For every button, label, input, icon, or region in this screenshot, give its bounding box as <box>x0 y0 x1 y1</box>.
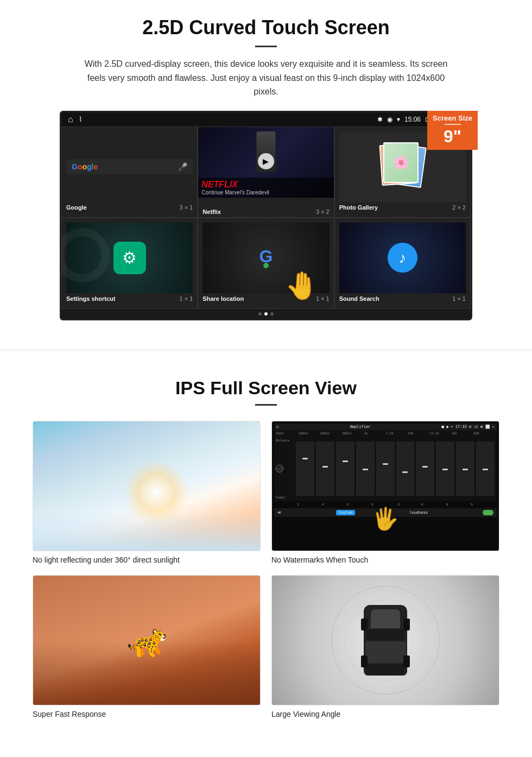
amplifier-screenshot: ⌂ Amplifier ■ ◉ ▾ 17:33 ⊡ ◁) ⊠ ⬜ ← 60hz … <box>272 421 499 551</box>
netflix-bg: ▶ NETFLIX Continue Marvel's Daredevil <box>198 127 333 198</box>
google-search-bar[interactable]: Google 🎤 <box>66 159 193 174</box>
freq-12k5: 12.5k <box>429 431 451 435</box>
section1: 2.5D Curved Touch Screen With 2.5D curve… <box>0 0 532 333</box>
bluetooth-icon: ✱ <box>377 116 383 123</box>
freq-1k: 1k <box>364 431 385 435</box>
app-cell-sound[interactable]: ♪ Sound Search 1 × 1 <box>334 218 471 309</box>
usb-icon: ⌇ <box>79 115 82 123</box>
eq-slider-10[interactable] <box>476 441 495 496</box>
freq-2k5: 2.5k <box>385 431 407 435</box>
eq-slider-1-handle <box>302 458 308 459</box>
feature-img-sunlight <box>33 421 261 551</box>
eq-slider-row <box>296 438 495 499</box>
eq-slider-2[interactable] <box>316 441 334 496</box>
car-body-mid <box>365 641 406 663</box>
screen-size-value: 9" <box>433 127 472 147</box>
feature-label-cheetah: Super Fast Response <box>33 710 261 718</box>
amp-title: Amplifier <box>350 425 370 429</box>
car-visual <box>272 576 499 705</box>
amp-icons: ■ ◉ ▾ 17:33 ⊡ ◁) ⊠ ⬜ ← <box>441 425 495 429</box>
eq-slider-6-handle <box>402 471 408 473</box>
maps-dot <box>263 263 269 268</box>
app-label-row-sound: Sound Search 1 × 1 <box>339 293 466 304</box>
eq-slider-6[interactable] <box>396 441 415 496</box>
settings-icon: ⚙ <box>113 242 146 274</box>
apps-grid-row2: ⚙ Settings shortcut 1 × 1 <box>61 218 471 309</box>
dot-2 <box>264 312 268 316</box>
hand-overlay-container: 🖐 <box>274 506 497 532</box>
feature-label-sunlight: No light reflecting under 360° direct su… <box>33 556 261 564</box>
car-wheel-fl <box>361 619 368 630</box>
device-container: Screen Size 9" ⌂ ⌇ ✱ ◉ ▾ 15:06 <box>60 111 472 320</box>
status-time: 15:06 <box>404 116 421 123</box>
section1-title: 2.5D Curved Touch Screen <box>33 16 499 39</box>
feature-cheetah: 🐆 Super Fast Response <box>33 575 261 718</box>
gallery-label: Photo Gallery <box>339 204 378 211</box>
freq-sub: SUB <box>473 431 495 435</box>
sound-icon: ♪ <box>388 243 417 273</box>
dot-1 <box>258 312 262 316</box>
app-cell-google[interactable]: Google 🎤 Google 3 × 1 <box>61 127 198 218</box>
feature-amplifier: ⌂ Amplifier ■ ◉ ▾ 17:33 ⊡ ◁) ⊠ ⬜ ← 60hz … <box>271 421 499 564</box>
eq-slider-4[interactable] <box>356 441 375 496</box>
section2-title: IPS Full Screen View <box>33 377 499 399</box>
eq-slider-3-handle <box>343 460 348 462</box>
eq-slider-2-handle <box>322 466 328 468</box>
location-icon: ◉ <box>387 116 392 123</box>
eq-main-area: Balance ◁) Fader <box>274 436 497 501</box>
home-icon[interactable]: ⌂ <box>68 115 73 124</box>
eq-slider-8-handle <box>442 469 448 470</box>
eq-slider-8[interactable] <box>436 441 454 496</box>
share-label: Share location <box>202 295 244 302</box>
feature-label-amplifier: No Watermarks When Touch <box>271 556 499 564</box>
google-mic-icon[interactable]: 🎤 <box>178 162 187 171</box>
eq-slider-9[interactable] <box>456 441 474 496</box>
app-cell-share[interactable]: G 🤚 Share location 1 × 1 <box>198 218 334 309</box>
screen-size-badge: Screen Size 9" <box>427 111 478 150</box>
hand-touch-icon: 🖐 <box>372 506 399 531</box>
netflix-content: ▶ NETFLIX Continue Marvel's Daredevil <box>198 127 333 198</box>
photo-stack: 🌸 <box>378 142 427 191</box>
eq-num-7: 0 <box>446 502 470 506</box>
status-bar-left: ⌂ ⌇ <box>68 115 82 124</box>
eq-num-5: -3 <box>396 502 420 506</box>
eq-sliders-container <box>294 436 497 501</box>
screen-size-label: Screen Size <box>433 114 472 122</box>
eq-num-1: 3 <box>297 502 321 506</box>
eq-slider-7[interactable] <box>416 441 434 496</box>
feature-img-amplifier: ⌂ Amplifier ■ ◉ ▾ 17:33 ⊡ ◁) ⊠ ⬜ ← 60hz … <box>271 421 499 551</box>
dot-3 <box>270 312 274 316</box>
freq-500: 500hz <box>342 431 363 435</box>
netflix-size: 3 × 2 <box>316 209 330 215</box>
label-balance: Balance <box>276 438 292 442</box>
google-label: Google <box>66 204 87 211</box>
settings-label: Settings shortcut <box>66 295 115 302</box>
eq-slider-1[interactable] <box>296 441 314 496</box>
settings-content: ⚙ <box>66 223 193 293</box>
sunlight-visual <box>33 421 260 551</box>
eq-slider-5-handle <box>383 463 388 465</box>
cheetah-visual: 🐆 <box>33 576 260 705</box>
freq-10k: 10k <box>408 431 429 435</box>
sound-label: Sound Search <box>339 295 379 302</box>
sound-bg: ♪ <box>339 223 466 293</box>
car-windshield <box>371 609 400 628</box>
freq-200: 200hz <box>320 431 341 435</box>
car-wheel-rl <box>361 655 368 667</box>
sound-size: 1 × 1 <box>452 295 466 302</box>
eq-slider-5[interactable] <box>376 441 395 496</box>
volume-circle: ◁) <box>276 465 283 472</box>
eq-slider-7-handle <box>422 466 428 468</box>
share-content: G 🤚 <box>202 223 329 293</box>
app-cell-settings[interactable]: ⚙ Settings shortcut 1 × 1 <box>61 218 198 309</box>
eq-slider-4-handle <box>363 469 368 470</box>
app-cell-netflix[interactable]: ▶ NETFLIX Continue Marvel's Daredevil Ne… <box>198 127 334 218</box>
car-rear <box>366 664 404 675</box>
eq-num-spacer <box>276 502 296 506</box>
android-device: ⌂ ⌇ ✱ ◉ ▾ 15:06 ⊡ ◁) ⊠ ⬜ <box>60 111 472 320</box>
netflix-play-button[interactable]: ▶ <box>258 153 274 169</box>
freq-15k: 15k <box>451 431 472 435</box>
section1-divider <box>255 46 277 47</box>
settings-bg: ⚙ <box>66 223 193 293</box>
eq-slider-3[interactable] <box>336 441 354 496</box>
